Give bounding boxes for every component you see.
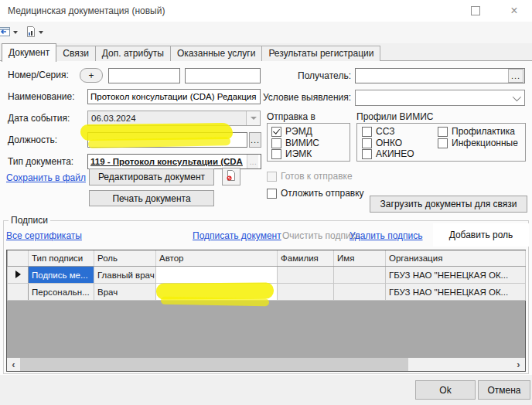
row-selector-cell[interactable] xyxy=(8,267,29,284)
recipient-browse-button[interactable]: ... xyxy=(508,69,523,83)
name-input[interactable] xyxy=(87,89,261,104)
cell-name[interactable] xyxy=(334,284,386,301)
col-header-author[interactable]: Автор xyxy=(156,250,278,267)
doc-type-label: Тип документа: xyxy=(8,156,73,167)
document-status-button[interactable] xyxy=(222,168,240,185)
tab-rezultaty-registracii[interactable]: Результаты регистрации xyxy=(261,46,380,61)
edit-document-button[interactable]: Редактировать документ xyxy=(89,168,214,185)
checkbox-label: Профилактика xyxy=(452,126,515,137)
row-selector-cell[interactable] xyxy=(8,284,29,301)
cell-organization[interactable]: ГБУЗ НАО "НЕНЕЦКАЯ ОК... xyxy=(386,284,526,301)
position-browse-button[interactable]: ... xyxy=(249,132,261,148)
checkbox-akineo[interactable]: АКИНЕО xyxy=(362,148,414,159)
chevron-down-icon xyxy=(251,117,257,120)
cell-role[interactable]: Врач xyxy=(94,284,156,301)
col-header-name[interactable]: Имя xyxy=(334,250,386,267)
dialog-window: Медицинская документация (новый) × Докум… xyxy=(0,0,532,405)
tab-page-dokument: Номер/Серия: Наименование: Дата события:… xyxy=(0,60,532,375)
tab-dokument[interactable]: Документ xyxy=(2,43,56,62)
checkbox-iemk[interactable]: ИЭМК xyxy=(271,148,312,159)
condition-combobox[interactable] xyxy=(355,90,525,106)
print-document-button[interactable]: Печать документа xyxy=(89,190,214,206)
doc-type-browse-button-disabled: ... xyxy=(247,155,258,168)
cell-author[interactable] xyxy=(156,284,278,301)
row-selector-header xyxy=(8,250,29,267)
checkbox-icon xyxy=(271,149,281,159)
col-header-role[interactable]: Роль xyxy=(94,250,156,267)
cell-role[interactable]: Главный врач xyxy=(94,267,156,284)
close-button[interactable]: × xyxy=(507,4,521,18)
ok-button[interactable]: Ok xyxy=(415,380,476,400)
dialog-footer: Ok Отмена xyxy=(0,374,532,405)
col-header-surname[interactable]: Фамилия xyxy=(278,250,334,267)
remove-signature-link[interactable]: Удалить подпись xyxy=(350,230,423,241)
cancel-button[interactable]: Отмена xyxy=(478,380,530,400)
cell-signature-type[interactable]: Подпись ме... xyxy=(29,267,94,284)
save-to-file-link[interactable]: Сохранить в файл xyxy=(6,172,86,183)
checkbox-label: ОНКО xyxy=(376,138,402,148)
col-header-signature-type[interactable]: Тип подписи xyxy=(29,250,94,267)
horizontal-scrollbar[interactable]: ‹ › xyxy=(7,358,525,371)
cell-signature-type[interactable]: Персональн... xyxy=(29,284,94,301)
cell-author[interactable] xyxy=(156,267,278,284)
table-row[interactable]: Персональн... Врач ГБУЗ НАО "НЕНЕЦКАЯ ОК… xyxy=(8,284,526,301)
clear-signature-link: Очистить подпись xyxy=(282,230,360,241)
scroll-left-icon[interactable]: ‹ xyxy=(7,358,20,371)
close-icon: × xyxy=(510,5,517,17)
checkbox-onko[interactable]: ОНКО xyxy=(362,138,402,148)
vimis-profiles-group-label: Профили ВИМИС xyxy=(356,111,434,122)
position-input[interactable] xyxy=(87,132,247,148)
maximize-icon xyxy=(471,6,480,15)
checkbox-icon xyxy=(362,149,372,159)
recipient-field[interactable]: ... xyxy=(355,68,525,83)
date-combo[interactable]: 06.03.2024 xyxy=(87,111,261,126)
checkbox-gotov-k-otpravke: Готов к отправке xyxy=(267,171,353,182)
checkbox-profilaktika[interactable]: Профилактика xyxy=(438,126,515,137)
sign-document-link[interactable]: Подписать документ xyxy=(193,230,281,241)
checkbox-icon xyxy=(438,138,448,148)
checkbox-icon xyxy=(362,127,372,137)
doc-type-field[interactable]: 119 - Протокол консультации (CDA ... xyxy=(87,154,261,169)
date-dropdown-button[interactable] xyxy=(246,111,260,125)
scroll-right-icon[interactable]: › xyxy=(512,358,525,371)
title-bar: Медицинская документация (новый) × xyxy=(0,0,532,22)
cell-organization[interactable]: ГБУЗ НАО "НЕНЕЦКАЯ ОК... xyxy=(386,267,526,284)
checkbox-icon xyxy=(271,127,281,137)
checkbox-remd[interactable]: РЭМД xyxy=(271,126,312,137)
checkbox-otlozhit-otpravku[interactable]: Отложить отправку xyxy=(267,188,364,199)
dropdown-caret-icon xyxy=(39,31,43,34)
maximize-button[interactable] xyxy=(469,4,483,18)
send-to-group-label: Отправка в xyxy=(267,111,315,122)
report-icon xyxy=(25,26,37,40)
signatures-table: Тип подписи Роль Автор Фамилия Имя Орган… xyxy=(6,250,526,372)
date-label: Дата события: xyxy=(8,113,70,124)
export-dropdown-button[interactable] xyxy=(0,25,18,40)
cell-surname[interactable] xyxy=(278,267,334,284)
report-dropdown-button[interactable] xyxy=(25,25,43,40)
col-header-organization[interactable]: Организация xyxy=(386,250,526,267)
tab-okazannye-uslugi[interactable]: Оказанные услуги xyxy=(170,46,262,61)
scrollbar-thumb[interactable] xyxy=(20,358,408,371)
checkbox-ssz[interactable]: ССЗ xyxy=(362,126,394,137)
add-number-button[interactable]: + xyxy=(80,68,103,83)
toolbar xyxy=(0,22,532,43)
series-input[interactable] xyxy=(185,68,261,83)
date-value: 06.03.2024 xyxy=(91,114,136,123)
all-certificates-link[interactable]: Все сертификаты xyxy=(6,230,82,241)
number-input[interactable] xyxy=(108,68,180,83)
cell-surname[interactable] xyxy=(278,284,334,301)
tab-dop-atributy[interactable]: Доп. атрибуты xyxy=(95,46,171,61)
signatures-table-inner: Тип подписи Роль Автор Фамилия Имя Орган… xyxy=(7,250,526,301)
load-linked-documents-button[interactable]: Загрузить документы для связи xyxy=(370,196,527,213)
add-role-button[interactable]: Добавить роль xyxy=(433,223,529,247)
tab-strip: Документ Связи Доп. атрибуты Оказанные у… xyxy=(2,43,380,61)
tab-svyazi[interactable]: Связи xyxy=(56,46,96,61)
signatures-group-label: Подписи xyxy=(9,215,50,226)
document-red-mark-icon xyxy=(226,169,237,184)
checkbox-infekcionnye[interactable]: Инфекционные xyxy=(438,138,518,148)
table-row[interactable]: Подпись ме... Главный врач ГБУЗ НАО "НЕН… xyxy=(8,267,526,284)
cell-name[interactable] xyxy=(334,267,386,284)
dropdown-caret-icon xyxy=(13,31,18,34)
checkbox-vimis[interactable]: ВИМИС xyxy=(271,138,319,148)
checkbox-label: ССЗ xyxy=(376,126,394,137)
